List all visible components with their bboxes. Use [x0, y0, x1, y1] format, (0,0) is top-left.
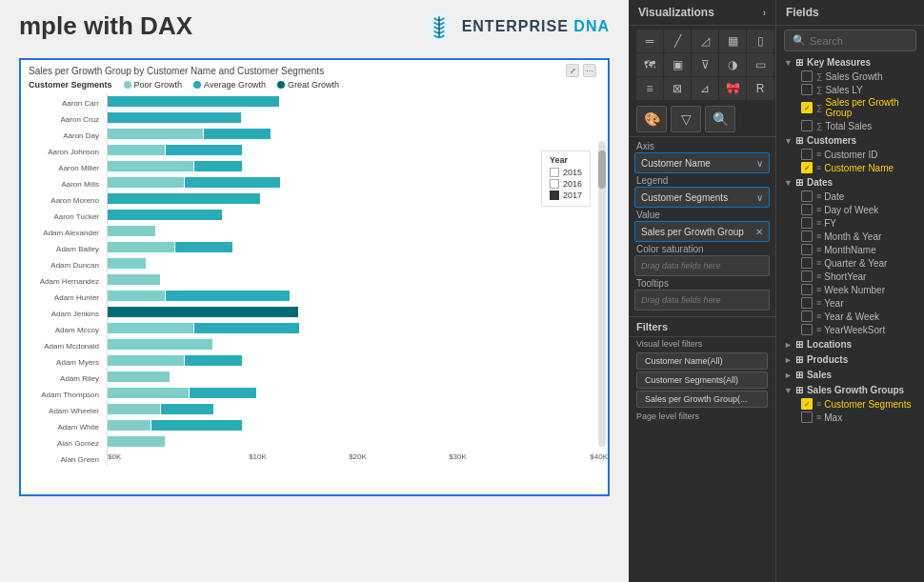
axis-input[interactable]: Customer Name ∨ — [634, 152, 770, 173]
field-item[interactable]: ≡Year — [780, 296, 920, 310]
bar-segment[interactable] — [108, 436, 165, 447]
legend-input[interactable]: Customer Segments ∨ — [634, 187, 770, 208]
scrollbar[interactable] — [598, 141, 606, 447]
bar-segment[interactable] — [108, 193, 260, 204]
field-item[interactable]: ≡Quarter & Year — [780, 256, 920, 270]
field-checkbox[interactable] — [801, 217, 813, 229]
field-checkbox[interactable] — [801, 70, 813, 82]
fields-group-header[interactable]: ► ⊞ Locations — [780, 337, 920, 351]
treemap-btn[interactable]: ⊠ — [664, 77, 691, 100]
bar-segment[interactable] — [175, 242, 232, 252]
bar-segment[interactable] — [194, 323, 299, 333]
tooltips-input[interactable]: Drag data fields here — [634, 290, 770, 311]
field-checkbox[interactable] — [801, 120, 813, 131]
fields-group-header[interactable]: ► ⊞ Sales — [780, 368, 920, 382]
filled-map-btn[interactable]: ▣ — [664, 53, 691, 76]
bar-segment[interactable] — [194, 161, 242, 171]
filter-viz-btn[interactable]: ▽ — [671, 106, 701, 132]
format-btn[interactable]: 🎨 — [636, 106, 667, 132]
field-checkbox[interactable] — [801, 297, 813, 309]
card-btn[interactable]: ▭ — [747, 53, 773, 76]
field-checkbox[interactable] — [801, 149, 813, 160]
bar-segment[interactable] — [108, 371, 170, 382]
field-checkbox[interactable] — [801, 231, 813, 242]
field-item[interactable]: ✓≡Customer Segments — [780, 397, 920, 411]
bar-segment[interactable] — [151, 420, 242, 431]
bar-segment[interactable] — [108, 339, 212, 350]
field-item[interactable]: ≡MonthName — [780, 243, 920, 256]
field-item[interactable]: ✓≡Customer Name — [780, 161, 920, 174]
field-checkbox[interactable] — [801, 244, 813, 255]
bar-segment[interactable] — [161, 404, 213, 414]
bar-segment[interactable] — [108, 323, 193, 333]
field-item[interactable]: ∑Sales Growth — [780, 70, 920, 83]
bar-segment[interactable] — [108, 226, 155, 236]
legend-clear-btn[interactable]: ∨ — [756, 192, 763, 203]
focus-mode-btn[interactable]: ⤢ — [566, 64, 579, 77]
bar-segment[interactable] — [108, 161, 193, 171]
bar-segment[interactable] — [204, 129, 271, 139]
field-checkbox[interactable] — [801, 84, 813, 95]
bar-segment[interactable] — [185, 177, 280, 188]
area-chart-btn[interactable]: ◿ — [692, 30, 718, 52]
bar-segment[interactable] — [108, 112, 241, 123]
field-checkbox[interactable]: ✓ — [801, 398, 813, 410]
fields-group-header[interactable]: ► ⊞ Products — [780, 352, 920, 367]
filter-chip-customer-name[interactable]: Customer Name(All) — [636, 352, 768, 370]
year-square-2017[interactable] — [550, 191, 559, 200]
bar-segment[interactable] — [108, 145, 165, 155]
field-item[interactable]: ≡Max — [780, 411, 920, 424]
funnel-btn[interactable]: ⊽ — [692, 53, 718, 76]
analytics-btn[interactable]: 🔍 — [705, 106, 735, 132]
bar-segment[interactable] — [108, 129, 203, 139]
field-item[interactable]: ∑Total Sales — [780, 119, 920, 132]
field-item[interactable]: ≡FY — [780, 216, 920, 230]
waterfall-btn[interactable]: ⊿ — [692, 77, 718, 100]
scroll-thumb[interactable] — [598, 151, 606, 189]
field-item[interactable]: ≡ShortYear — [780, 270, 920, 283]
filter-chip-sales-growth[interactable]: Sales per Growth Group(... — [636, 391, 768, 408]
bar-segment[interactable] — [108, 355, 184, 366]
bar-segment[interactable] — [190, 388, 256, 398]
gauge-btn[interactable]: ◑ — [719, 53, 746, 76]
field-checkbox[interactable] — [801, 271, 813, 282]
more-options-btn[interactable]: ⋯ — [583, 64, 596, 77]
field-checkbox[interactable]: ✓ — [801, 162, 813, 173]
r-visual-btn[interactable]: R — [747, 77, 773, 100]
fields-group-header[interactable]: ▼ ⊞ Sales Growth Groups — [780, 383, 920, 397]
search-input[interactable] — [810, 35, 924, 47]
bar-segment[interactable] — [108, 420, 151, 431]
color-sat-input[interactable]: Drag data fields here — [634, 255, 770, 276]
bar-segment[interactable] — [108, 404, 160, 414]
bar-segment[interactable] — [185, 355, 242, 366]
map-btn[interactable]: 🗺 — [636, 53, 663, 76]
field-checkbox[interactable] — [801, 411, 813, 423]
bar-segment[interactable] — [108, 177, 184, 188]
year-checkbox-2016[interactable] — [550, 179, 559, 189]
field-item[interactable]: ≡Year & Week — [780, 310, 920, 323]
bar-segment[interactable] — [108, 96, 279, 107]
field-item[interactable]: ≡Month & Year — [780, 230, 920, 243]
field-checkbox[interactable]: ✓ — [801, 102, 813, 113]
value-input[interactable]: Sales per Growth Group ✕ — [634, 221, 770, 242]
field-checkbox[interactable] — [801, 191, 813, 202]
field-item[interactable]: ≡Customer ID — [780, 148, 920, 161]
bar-segment[interactable] — [108, 258, 146, 269]
year-checkbox-2015[interactable] — [550, 168, 559, 177]
bar-segment[interactable] — [108, 210, 222, 220]
field-item[interactable]: ≡YearWeekSort — [780, 323, 920, 336]
bar-segment[interactable] — [108, 291, 165, 301]
field-checkbox[interactable] — [801, 257, 813, 269]
line-chart-btn[interactable]: ╱ — [664, 30, 691, 52]
filter-chip-customer-seg[interactable]: Customer Segments(All) — [636, 371, 768, 389]
bar-segment[interactable] — [108, 274, 160, 285]
slicer-btn[interactable]: ≡ — [636, 77, 663, 100]
field-checkbox[interactable] — [801, 324, 813, 335]
bar-segment[interactable] — [166, 145, 242, 155]
field-item[interactable]: ✓∑Sales per Growth Group — [780, 96, 920, 119]
fields-group-header[interactable]: ▼ ⊞ Key Measures — [780, 55, 920, 70]
bar-segment[interactable] — [108, 388, 189, 398]
bar-segment[interactable] — [166, 291, 290, 301]
field-item[interactable]: ≡Date — [780, 190, 920, 203]
column-chart-btn[interactable]: ▯ — [747, 30, 773, 52]
